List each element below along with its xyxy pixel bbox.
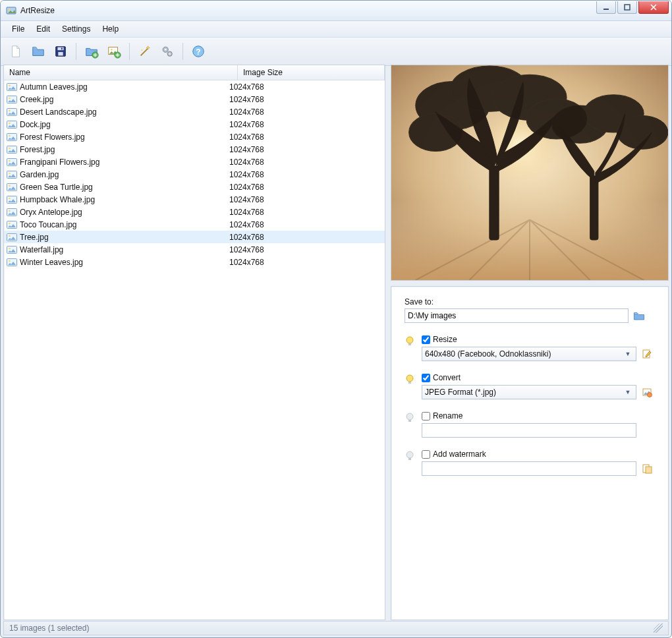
svg-point-41 xyxy=(9,222,11,224)
svg-point-43 xyxy=(9,235,11,237)
file-row[interactable]: Dock.jpg1024x768 xyxy=(4,118,385,130)
watermark-input[interactable] xyxy=(422,461,636,476)
menu-settings[interactable]: Settings xyxy=(57,22,95,36)
rename-input[interactable] xyxy=(422,423,636,438)
convert-combo[interactable]: JPEG Format (*.jpg) ▼ xyxy=(422,385,636,399)
file-name: Desert Landscape.jpg xyxy=(20,107,229,117)
menu-file[interactable]: File xyxy=(7,22,29,36)
file-name: Creek.jpg xyxy=(20,95,229,104)
menu-bar: File Edit Settings Help xyxy=(1,21,671,38)
title-bar: ArtResize xyxy=(1,1,671,21)
svg-point-1 xyxy=(9,9,11,11)
svg-point-10 xyxy=(111,49,113,51)
file-row[interactable]: Tree.jpg1024x768 xyxy=(4,231,385,243)
preview-image xyxy=(391,65,668,280)
file-size: 1024x768 xyxy=(229,158,385,167)
app-icon xyxy=(6,5,16,16)
rename-checkbox[interactable] xyxy=(422,412,430,420)
file-size: 1024x768 xyxy=(229,183,385,192)
file-row[interactable]: Humpback Whale.jpg1024x768 xyxy=(4,193,385,206)
magic-wand-button[interactable] xyxy=(135,42,155,61)
file-row[interactable]: Forest.jpg1024x768 xyxy=(4,143,385,156)
svg-rect-3 xyxy=(625,5,630,10)
svg-point-37 xyxy=(9,197,11,199)
save-to-row: Save to: xyxy=(405,297,655,323)
file-size: 1024x768 xyxy=(229,220,385,229)
file-name: Garden.jpg xyxy=(20,170,229,179)
resize-row: Resize 640x480 (Facebook, Odnoklassniki)… xyxy=(405,335,655,361)
image-file-icon xyxy=(7,158,17,166)
svg-point-15 xyxy=(169,53,171,55)
toolbar-separator xyxy=(182,43,183,60)
svg-point-13 xyxy=(165,49,167,51)
file-row[interactable]: Frangipani Flowers.jpg1024x768 xyxy=(4,156,385,168)
open-folder-button[interactable] xyxy=(28,42,48,61)
maximize-button[interactable] xyxy=(617,1,637,14)
toolbar-separator xyxy=(76,43,76,60)
column-size[interactable]: Image Size xyxy=(238,65,385,80)
file-row[interactable]: Toco Toucan.jpg1024x768 xyxy=(4,218,385,231)
resize-checkbox[interactable] xyxy=(422,335,430,344)
file-name: Frangipani Flowers.jpg xyxy=(20,158,229,167)
file-row[interactable]: Green Sea Turtle.jpg1024x768 xyxy=(4,181,385,193)
convert-label: Convert xyxy=(433,373,461,382)
format-options-icon[interactable] xyxy=(640,386,654,399)
help-button[interactable]: ? xyxy=(188,42,208,61)
minimize-button[interactable] xyxy=(596,1,616,14)
rename-group[interactable]: Rename xyxy=(422,411,655,420)
image-file-icon xyxy=(7,258,17,266)
options-panel: Save to: Resize xyxy=(391,286,669,620)
close-button[interactable] xyxy=(638,1,669,14)
file-name: Oryx Antelope.jpg xyxy=(20,208,229,217)
file-row[interactable]: Waterfall.jpg1024x768 xyxy=(4,243,385,256)
chevron-down-icon: ▼ xyxy=(623,389,633,395)
file-row[interactable]: Winter Leaves.jpg1024x768 xyxy=(4,256,385,268)
file-row[interactable]: Creek.jpg1024x768 xyxy=(4,93,385,105)
watermark-group[interactable]: Add watermark xyxy=(422,450,655,459)
resize-grip[interactable] xyxy=(654,624,663,633)
file-size: 1024x768 xyxy=(229,120,385,129)
svg-point-69 xyxy=(406,375,413,382)
bulb-off-icon xyxy=(405,451,415,461)
client-area: Name Image Size Autumn Leaves.jpg1024x76… xyxy=(3,65,669,620)
add-image-button[interactable] xyxy=(104,42,124,61)
file-row[interactable]: Forest Flowers.jpg1024x768 xyxy=(4,130,385,143)
image-file-icon xyxy=(7,146,17,154)
resize-combo[interactable]: 640x480 (Facebook, Odnoklassniki) ▼ xyxy=(422,347,636,361)
file-list-body[interactable]: Autumn Leaves.jpg1024x768Creek.jpg1024x7… xyxy=(4,80,385,620)
bulb-icon xyxy=(405,336,415,347)
svg-text:?: ? xyxy=(196,47,200,57)
convert-group[interactable]: Convert xyxy=(422,373,655,382)
add-folder-button[interactable] xyxy=(82,42,101,61)
convert-combo-value: JPEG Format (*.jpg) xyxy=(425,388,623,397)
browse-folder-icon[interactable] xyxy=(632,309,646,322)
image-file-icon xyxy=(7,183,17,191)
right-column: Save to: Resize xyxy=(391,65,669,620)
window-title: ArtResize xyxy=(20,6,55,15)
svg-point-29 xyxy=(9,147,11,149)
file-size: 1024x768 xyxy=(229,95,385,104)
image-file-icon xyxy=(7,208,17,216)
file-row[interactable]: Oryx Antelope.jpg1024x768 xyxy=(4,206,385,218)
settings-gears-button[interactable] xyxy=(157,42,177,61)
save-button[interactable] xyxy=(51,42,70,61)
watermark-browse-icon[interactable] xyxy=(640,462,654,475)
watermark-checkbox[interactable] xyxy=(422,450,430,459)
file-row[interactable]: Autumn Leaves.jpg1024x768 xyxy=(4,80,385,93)
file-row[interactable]: Garden.jpg1024x768 xyxy=(4,168,385,181)
image-file-icon xyxy=(7,221,17,229)
new-file-button[interactable] xyxy=(6,42,26,61)
convert-checkbox[interactable] xyxy=(422,374,430,382)
file-size: 1024x768 xyxy=(229,208,385,217)
file-row[interactable]: Desert Landscape.jpg1024x768 xyxy=(4,105,385,118)
status-bar: 15 images (1 selected) xyxy=(3,621,669,635)
column-name[interactable]: Name xyxy=(4,65,238,80)
menu-help[interactable]: Help xyxy=(98,22,123,36)
file-name: Waterfall.jpg xyxy=(20,245,229,254)
svg-point-65 xyxy=(617,115,667,149)
menu-edit[interactable]: Edit xyxy=(32,22,55,36)
save-to-input[interactable] xyxy=(405,308,629,323)
edit-resize-icon[interactable] xyxy=(640,347,654,361)
file-name: Green Sea Turtle.jpg xyxy=(20,183,229,192)
resize-group[interactable]: Resize xyxy=(422,335,655,344)
